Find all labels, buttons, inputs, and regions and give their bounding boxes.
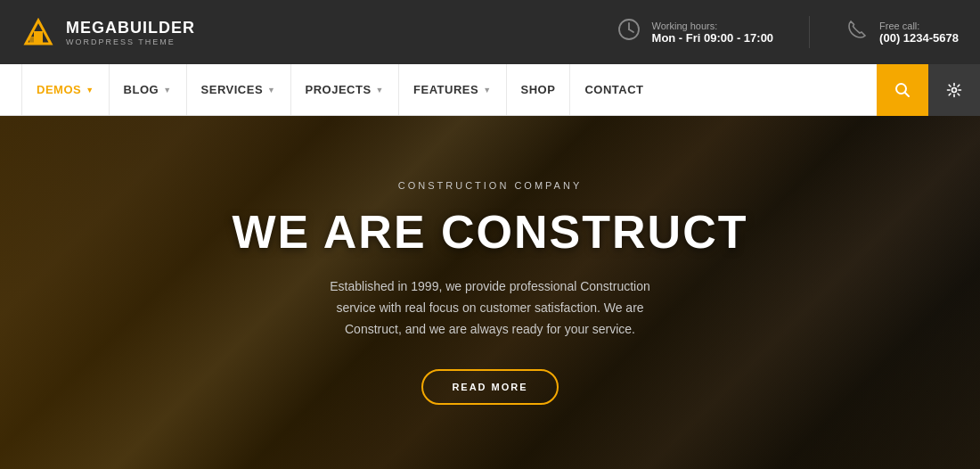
divider	[809, 16, 810, 48]
hero-title: WE ARE CONSTRUCT	[233, 205, 748, 259]
nav-item-features[interactable]: FEATURES ▼	[399, 64, 507, 115]
chevron-down-icon: ▼	[267, 86, 275, 95]
logo-icon	[21, 15, 55, 49]
working-hours-info: Working hours: Mon - Fri 09:00 - 17:00	[617, 17, 774, 47]
clock-icon	[617, 17, 641, 47]
search-button[interactable]	[877, 64, 928, 116]
working-value: Mon - Fri 09:00 - 17:00	[652, 31, 774, 45]
phone-text: Free call: (00) 1234-5678	[879, 21, 959, 45]
logo-title: MEGABUILDER	[66, 19, 195, 37]
nav-item-projects[interactable]: PROJECTS ▼	[291, 64, 400, 115]
hero-section: CONSTRUCTION COMPANY WE ARE CONSTRUCT Es…	[0, 116, 980, 469]
top-bar-right: Working hours: Mon - Fri 09:00 - 17:00 F…	[617, 16, 959, 48]
chevron-down-icon: ▼	[163, 86, 171, 95]
phone-icon	[845, 18, 869, 46]
nav-item-shop[interactable]: SHOP	[507, 64, 571, 115]
chevron-down-icon: ▼	[376, 86, 384, 95]
nav-items: DEMOS ▼ BLOG ▼ SERVICES ▼ PROJECTS ▼ FEA…	[21, 64, 877, 115]
logo-text: MEGABUILDER WORDPRESS THEME	[66, 19, 195, 46]
nav-item-contact[interactable]: CONTACT	[570, 64, 657, 115]
hero-description: Established in 1999, we provide professi…	[312, 276, 668, 340]
hero-content: CONSTRUCTION COMPANY WE ARE CONSTRUCT Es…	[0, 116, 980, 469]
nav-item-demos[interactable]: DEMOS ▼	[21, 64, 110, 115]
hero-eyebrow: CONSTRUCTION COMPANY	[398, 180, 582, 191]
nav-item-services[interactable]: SERVICES ▼	[187, 64, 291, 115]
working-label: Working hours:	[652, 21, 774, 31]
working-hours-text: Working hours: Mon - Fri 09:00 - 17:00	[652, 21, 774, 45]
svg-point-8	[952, 87, 957, 92]
chevron-down-icon: ▼	[86, 86, 94, 95]
phone-label: Free call:	[879, 21, 959, 31]
chevron-down-icon: ▼	[483, 86, 491, 95]
phone-info: Free call: (00) 1234-5678	[845, 18, 959, 46]
nav-item-blog[interactable]: BLOG ▼	[110, 64, 187, 115]
hero-read-more-button[interactable]: READ MORE	[421, 369, 558, 405]
top-bar: MEGABUILDER WORDPRESS THEME Working hour…	[0, 0, 980, 64]
svg-line-7	[905, 92, 910, 96]
logo-area: MEGABUILDER WORDPRESS THEME	[21, 15, 617, 49]
nav-bar: DEMOS ▼ BLOG ▼ SERVICES ▼ PROJECTS ▼ FEA…	[0, 64, 980, 116]
settings-button[interactable]	[928, 64, 980, 116]
svg-rect-2	[29, 37, 35, 44]
svg-line-5	[629, 29, 633, 32]
svg-rect-1	[34, 31, 43, 44]
phone-value: (00) 1234-5678	[879, 31, 959, 45]
logo-subtitle: WORDPRESS THEME	[66, 37, 195, 46]
